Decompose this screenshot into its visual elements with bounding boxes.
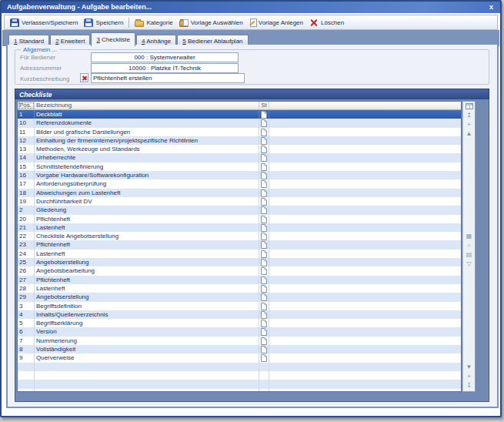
row-name: Anforderungsüberprüfung — [35, 179, 259, 188]
category-button[interactable]: Kategorie — [132, 18, 175, 28]
leave-save-button[interactable]: Verlassen/Speichern — [7, 17, 81, 28]
grid-view-icon[interactable]: ▦ — [466, 233, 472, 239]
delete-button[interactable]: Löschen — [306, 17, 347, 28]
table-row[interactable] — [18, 363, 461, 371]
table-row[interactable]: 13 Methoden, Werkzeuge und Standards — [18, 145, 461, 153]
table-row[interactable]: 28 Lastenheft — [18, 284, 461, 293]
column-header-pos[interactable]: Pos. — [18, 102, 35, 109]
table-row[interactable]: 15 Schnittstellendefinierung — [18, 162, 461, 171]
row-pos: 19 — [18, 197, 35, 206]
row-pos: 15 — [18, 162, 35, 171]
row-status — [259, 189, 269, 197]
table-row[interactable]: 16 Vorgabe Hardware/Softwarekonfiguratio… — [18, 171, 461, 179]
table-row[interactable]: 25 Angebotserstellung — [18, 258, 461, 266]
row-status — [259, 293, 269, 301]
table-row[interactable]: 22 Checkliste Angebotserstellung — [18, 232, 461, 240]
row-empty-cell — [269, 319, 461, 327]
add-row-end-icon[interactable]: + — [467, 373, 471, 380]
document-icon — [261, 198, 267, 206]
column-chooser-icon[interactable] — [466, 103, 473, 109]
row-pos: 4 — [18, 310, 35, 319]
row-name: Durchführbarkeit DV — [35, 197, 259, 206]
save-button[interactable]: Speichern — [81, 17, 126, 28]
table-row[interactable]: 27 Pflichtenheft — [18, 276, 461, 284]
table-row[interactable]: 1 Deckblatt — [18, 110, 461, 119]
row-pos: 20 — [18, 215, 35, 223]
table-row[interactable]: 9 Querverweise — [18, 353, 461, 362]
add-row-icon[interactable]: + — [467, 121, 471, 128]
row-name — [35, 389, 259, 393]
table-row[interactable] — [18, 389, 461, 393]
table-row[interactable]: 26 Angebotsbearbeitung — [18, 266, 461, 275]
table-row[interactable]: 18 Abweichungen zum Lastenheft — [18, 189, 461, 197]
adressnummer-field[interactable]: 10000 : Platzke IT-Technik — [91, 63, 239, 73]
notes-icon[interactable]: ▤ — [466, 251, 472, 258]
table-row[interactable]: 23 Pflichtenheft — [18, 240, 461, 249]
grid-side-toolbar: ↥+▲ ▦○▤▽ ▼+↧ — [462, 101, 476, 392]
document-icon — [261, 259, 267, 266]
row-empty-cell — [269, 197, 461, 206]
table-row[interactable]: 5 Begriffserklärung — [18, 319, 461, 327]
row-pos: 27 — [18, 276, 35, 284]
row-name: Schnittstellendefinierung — [35, 162, 259, 171]
template-select-button[interactable]: Vorlage Auswählen — [176, 18, 246, 28]
checklist-grid: Pos. Bezeichnung St 1 Deckblatt 10 Refer… — [17, 101, 462, 392]
table-row[interactable] — [18, 371, 461, 380]
title-bar: Aufgabenverwaltung - Aufgabe bearbeiten.… — [2, 2, 500, 13]
table-row[interactable]: 7 Nummerierung — [18, 337, 461, 345]
toolbar: Verlassen/Speichern Speichern Kategorie … — [4, 15, 498, 30]
row-pos: 25 — [18, 258, 35, 266]
filter-icon[interactable]: ▽ — [466, 260, 471, 267]
table-row[interactable]: 14 Urheberrechte — [18, 153, 461, 162]
search-icon[interactable]: ○ — [467, 242, 471, 249]
table-row[interactable]: 4 Inhalts/Quellenverzeichnis — [18, 310, 461, 319]
table-row[interactable]: 3 Begriffsdefinition — [18, 302, 461, 310]
row-name: Referenzdokumente — [35, 119, 259, 127]
scroll-bottom-icon[interactable]: ↧ — [466, 382, 472, 389]
scroll-top-icon[interactable]: ↥ — [466, 112, 472, 119]
table-row[interactable] — [18, 380, 461, 388]
kurzbeschreibung-field[interactable]: Pflichtenheft erstellen — [91, 73, 245, 83]
document-icon — [261, 206, 267, 214]
table-row[interactable]: 11 Bilder und grafische Darstellungen — [18, 128, 461, 136]
row-empty-cell — [269, 302, 461, 310]
row-name: Nummerierung — [35, 337, 259, 345]
document-icon — [261, 172, 267, 179]
table-row[interactable]: 19 Durchführbarkeit DV — [18, 197, 461, 206]
table-row[interactable]: 20 Pflichtenheft — [18, 215, 461, 223]
column-header-empty — [269, 102, 461, 109]
move-down-icon[interactable]: ▼ — [466, 363, 472, 370]
table-row[interactable]: 24 Lastenheft — [18, 250, 461, 258]
row-pos: 1 — [18, 110, 35, 119]
table-row[interactable]: 17 Anforderungsüberprüfung — [18, 179, 461, 188]
move-up-icon[interactable]: ▲ — [466, 130, 472, 137]
row-name: Urheberrechte — [35, 153, 259, 162]
document-icon — [261, 328, 267, 336]
clear-x-icon[interactable] — [80, 73, 88, 82]
row-status — [259, 389, 269, 393]
row-pos: 6 — [18, 327, 35, 336]
table-row[interactable]: 21 Lastenheft — [18, 223, 461, 232]
row-pos: 2 — [18, 206, 35, 214]
fuer-bediener-field[interactable]: 000 : Systemverwalter — [91, 52, 239, 62]
row-pos: 23 — [18, 240, 35, 249]
tab-checkliste[interactable]: 3 Checkliste — [91, 32, 135, 46]
close-icon[interactable]: x — [488, 2, 495, 12]
template-create-button[interactable]: Vorlage Anlegen — [246, 17, 306, 28]
table-row[interactable]: 6 Version — [18, 327, 461, 336]
table-row[interactable]: 8 Vollständigkeit — [18, 345, 461, 353]
column-header-st[interactable]: St — [259, 102, 269, 109]
table-row[interactable]: 2 Gliederung — [18, 206, 461, 214]
column-header-bezeichnung[interactable]: Bezeichnung — [35, 102, 259, 109]
table-row[interactable]: 29 Angebotserstellung — [18, 293, 461, 301]
row-pos: 26 — [18, 266, 35, 275]
page-new-icon — [250, 18, 257, 27]
row-empty-cell — [269, 128, 461, 136]
row-empty-cell — [269, 223, 461, 232]
table-row[interactable]: 12 Einhaltung der firmeninternen/projekt… — [18, 136, 461, 145]
floppy-exit-icon — [10, 18, 19, 27]
row-empty-cell — [269, 353, 461, 362]
side-toolbar-bottom-group: ▼+↧ — [463, 363, 475, 389]
row-pos: 10 — [18, 119, 35, 127]
table-row[interactable]: 10 Referenzdokumente — [18, 119, 461, 127]
